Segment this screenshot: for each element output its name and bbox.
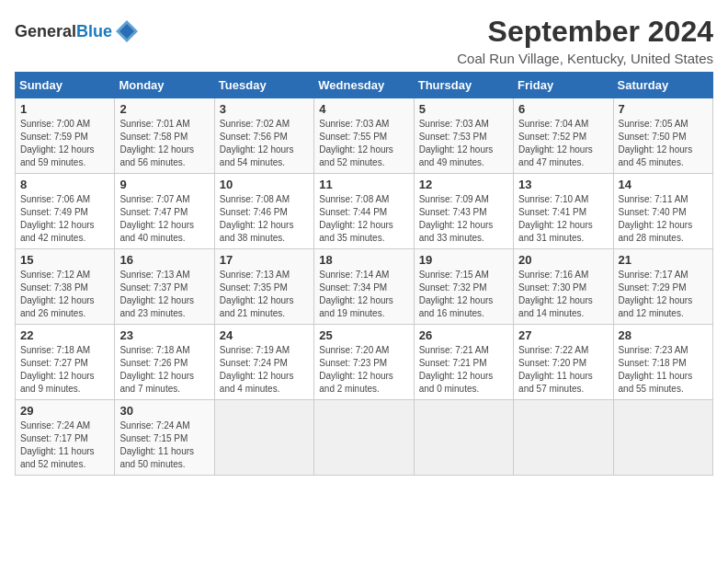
calendar-cell: 30 Sunrise: 7:24 AMSunset: 7:15 PMDaylig…	[115, 400, 214, 476]
day-number: 1	[20, 102, 109, 116]
calendar-cell: 2 Sunrise: 7:01 AMSunset: 7:58 PMDayligh…	[115, 98, 214, 174]
day-info: Sunrise: 7:23 AMSunset: 7:18 PMDaylight:…	[619, 345, 693, 394]
calendar-cell: 14 Sunrise: 7:11 AMSunset: 7:40 PMDaylig…	[613, 174, 712, 249]
day-info: Sunrise: 7:22 AMSunset: 7:20 PMDaylight:…	[518, 345, 593, 394]
day-info: Sunrise: 7:11 AMSunset: 7:40 PMDaylight:…	[619, 194, 693, 243]
calendar-cell: 22 Sunrise: 7:18 AMSunset: 7:27 PMDaylig…	[16, 325, 115, 400]
calendar-cell: 24 Sunrise: 7:19 AMSunset: 7:24 PMDaylig…	[214, 325, 313, 400]
day-number: 26	[419, 328, 508, 342]
day-info: Sunrise: 7:06 AMSunset: 7:49 PMDaylight:…	[20, 194, 95, 243]
day-info: Sunrise: 7:12 AMSunset: 7:38 PMDaylight:…	[20, 270, 95, 318]
calendar-cell: 26 Sunrise: 7:21 AMSunset: 7:21 PMDaylig…	[414, 325, 513, 400]
day-number: 15	[20, 253, 109, 267]
day-number: 10	[220, 178, 309, 191]
day-header-wednesday: Wednesday	[314, 73, 414, 98]
day-number: 9	[119, 178, 209, 191]
day-number: 21	[619, 253, 708, 267]
calendar-cell	[414, 400, 513, 476]
day-info: Sunrise: 7:08 AMSunset: 7:44 PMDaylight:…	[319, 194, 393, 243]
day-info: Sunrise: 7:19 AMSunset: 7:24 PMDaylight:…	[220, 345, 294, 394]
day-number: 12	[419, 178, 508, 191]
calendar-cell: 20 Sunrise: 7:16 AMSunset: 7:30 PMDaylig…	[514, 249, 613, 325]
day-number: 3	[220, 102, 309, 116]
day-number: 13	[518, 178, 608, 191]
day-header-sunday: Sunday	[16, 73, 115, 98]
day-number: 14	[619, 178, 708, 191]
calendar-cell: 13 Sunrise: 7:10 AMSunset: 7:41 PMDaylig…	[514, 174, 613, 249]
calendar-cell: 23 Sunrise: 7:18 AMSunset: 7:26 PMDaylig…	[115, 325, 214, 400]
day-info: Sunrise: 7:21 AMSunset: 7:21 PMDaylight:…	[419, 345, 494, 394]
day-info: Sunrise: 7:18 AMSunset: 7:26 PMDaylight:…	[119, 345, 194, 394]
calendar-cell: 15 Sunrise: 7:12 AMSunset: 7:38 PMDaylig…	[16, 249, 115, 325]
calendar-cell: 7 Sunrise: 7:05 AMSunset: 7:50 PMDayligh…	[613, 98, 712, 174]
logo: GeneralBlue	[15, 18, 140, 44]
day-number: 29	[20, 404, 109, 418]
calendar-cell: 4 Sunrise: 7:03 AMSunset: 7:55 PMDayligh…	[314, 98, 414, 174]
calendar-week-row: 22 Sunrise: 7:18 AMSunset: 7:27 PMDaylig…	[16, 325, 713, 400]
day-info: Sunrise: 7:07 AMSunset: 7:47 PMDaylight:…	[119, 194, 194, 243]
calendar-cell: 9 Sunrise: 7:07 AMSunset: 7:47 PMDayligh…	[115, 174, 214, 249]
day-number: 30	[119, 404, 209, 418]
day-info: Sunrise: 7:20 AMSunset: 7:23 PMDaylight:…	[319, 345, 393, 394]
day-info: Sunrise: 7:17 AMSunset: 7:29 PMDaylight:…	[619, 270, 693, 318]
calendar-cell: 12 Sunrise: 7:09 AMSunset: 7:43 PMDaylig…	[414, 174, 513, 249]
logo-blue: Blue	[76, 22, 112, 40]
calendar-cell: 21 Sunrise: 7:17 AMSunset: 7:29 PMDaylig…	[613, 249, 712, 325]
day-number: 4	[319, 102, 408, 116]
day-info: Sunrise: 7:04 AMSunset: 7:52 PMDaylight:…	[518, 119, 593, 167]
page-title: September 2024	[457, 15, 713, 49]
calendar-week-row: 8 Sunrise: 7:06 AMSunset: 7:49 PMDayligh…	[16, 174, 713, 249]
day-number: 5	[419, 102, 508, 116]
calendar-cell: 11 Sunrise: 7:08 AMSunset: 7:44 PMDaylig…	[314, 174, 414, 249]
day-number: 19	[419, 253, 508, 267]
day-number: 25	[319, 328, 408, 342]
day-info: Sunrise: 7:09 AMSunset: 7:43 PMDaylight:…	[419, 194, 494, 243]
calendar-cell: 5 Sunrise: 7:03 AMSunset: 7:53 PMDayligh…	[414, 98, 513, 174]
calendar-cell	[514, 400, 613, 476]
day-info: Sunrise: 7:05 AMSunset: 7:50 PMDaylight:…	[619, 119, 693, 167]
calendar-cell	[314, 400, 414, 476]
day-info: Sunrise: 7:08 AMSunset: 7:46 PMDaylight:…	[220, 194, 294, 243]
calendar-cell	[214, 400, 313, 476]
day-number: 6	[518, 102, 608, 116]
day-number: 8	[20, 178, 109, 191]
calendar-week-row: 29 Sunrise: 7:24 AMSunset: 7:17 PMDaylig…	[16, 400, 713, 476]
day-number: 16	[119, 253, 209, 267]
calendar-header-row: SundayMondayTuesdayWednesdayThursdayFrid…	[16, 73, 713, 98]
day-info: Sunrise: 7:16 AMSunset: 7:30 PMDaylight:…	[518, 270, 593, 318]
calendar-cell: 27 Sunrise: 7:22 AMSunset: 7:20 PMDaylig…	[514, 325, 613, 400]
title-area: September 2024 Coal Run Village, Kentuck…	[457, 15, 713, 66]
day-number: 28	[619, 328, 708, 342]
day-number: 27	[518, 328, 608, 342]
day-info: Sunrise: 7:01 AMSunset: 7:58 PMDaylight:…	[119, 119, 194, 167]
calendar-week-row: 1 Sunrise: 7:00 AMSunset: 7:59 PMDayligh…	[16, 98, 713, 174]
calendar-cell: 3 Sunrise: 7:02 AMSunset: 7:56 PMDayligh…	[214, 98, 313, 174]
day-info: Sunrise: 7:10 AMSunset: 7:41 PMDaylight:…	[518, 194, 593, 243]
day-number: 2	[119, 102, 209, 116]
day-number: 22	[20, 328, 109, 342]
header: GeneralBlue September 2024 Coal Run Vill…	[15, 15, 713, 66]
day-info: Sunrise: 7:03 AMSunset: 7:53 PMDaylight:…	[419, 119, 494, 167]
day-header-thursday: Thursday	[414, 73, 513, 98]
day-number: 24	[220, 328, 309, 342]
day-number: 17	[220, 253, 309, 267]
day-header-saturday: Saturday	[613, 73, 712, 98]
calendar-cell: 19 Sunrise: 7:15 AMSunset: 7:32 PMDaylig…	[414, 249, 513, 325]
day-info: Sunrise: 7:15 AMSunset: 7:32 PMDaylight:…	[419, 270, 494, 318]
day-info: Sunrise: 7:13 AMSunset: 7:35 PMDaylight:…	[220, 270, 294, 318]
day-info: Sunrise: 7:03 AMSunset: 7:55 PMDaylight:…	[319, 119, 393, 167]
day-number: 18	[319, 253, 408, 267]
day-number: 11	[319, 178, 408, 191]
day-number: 7	[619, 102, 708, 116]
calendar-cell: 25 Sunrise: 7:20 AMSunset: 7:23 PMDaylig…	[314, 325, 414, 400]
calendar-cell: 28 Sunrise: 7:23 AMSunset: 7:18 PMDaylig…	[613, 325, 712, 400]
day-number: 20	[518, 253, 608, 267]
calendar-cell: 8 Sunrise: 7:06 AMSunset: 7:49 PMDayligh…	[16, 174, 115, 249]
day-info: Sunrise: 7:14 AMSunset: 7:34 PMDaylight:…	[319, 270, 393, 318]
calendar-cell: 6 Sunrise: 7:04 AMSunset: 7:52 PMDayligh…	[514, 98, 613, 174]
logo-icon	[114, 18, 140, 44]
day-header-tuesday: Tuesday	[214, 73, 313, 98]
day-info: Sunrise: 7:00 AMSunset: 7:59 PMDaylight:…	[20, 119, 95, 167]
day-info: Sunrise: 7:18 AMSunset: 7:27 PMDaylight:…	[20, 345, 95, 394]
calendar-cell: 16 Sunrise: 7:13 AMSunset: 7:37 PMDaylig…	[115, 249, 214, 325]
